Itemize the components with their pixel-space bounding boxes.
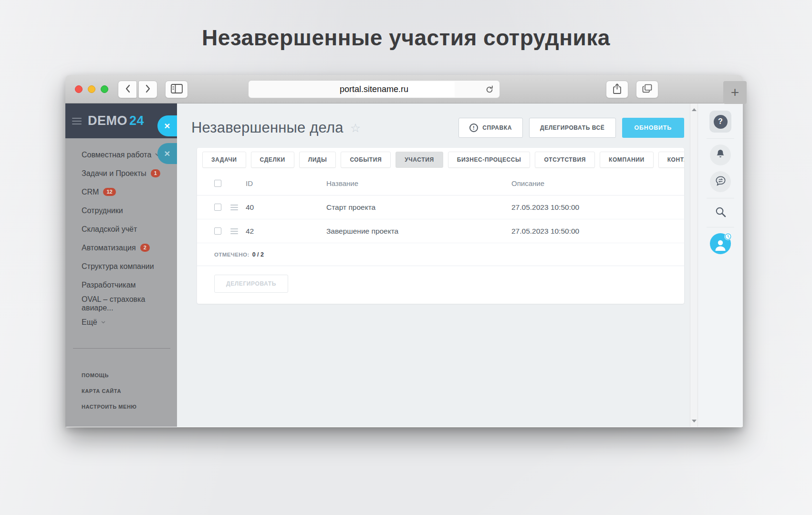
header-buttons: ! СПРАВКА ДЕЛЕГИРОВАТЬ ВСЁ ОБНОВИТЬ	[458, 118, 684, 138]
reload-icon[interactable]	[485, 85, 494, 96]
back-icon	[125, 84, 130, 95]
entity-tabs: ЗАДАЧИ СДЕЛКИ ЛИДЫ СОБЫТИЯ УЧАСТИЯ БИЗНЕ…	[197, 148, 684, 168]
sidebar-item-label: Задачи и Проекты	[82, 169, 146, 178]
sidebar-item-configure-menu[interactable]: НАСТРОИТЬ МЕНЮ	[65, 399, 177, 414]
sidebar-item-label: Складской учёт	[82, 225, 137, 234]
marked-label: ОТМЕЧЕНО:	[214, 252, 250, 258]
table-header-row: ID Название Описание	[197, 172, 684, 196]
messenger-icon	[715, 175, 726, 188]
sidebar-item-more[interactable]: Ещё	[65, 313, 177, 331]
forward-button[interactable]	[138, 81, 157, 98]
table-row[interactable]: 42 Завершение проекта 27.05.2023 10:50:0…	[197, 219, 684, 243]
select-all-checkbox[interactable]	[214, 180, 221, 187]
help-rail-button[interactable]: ?	[709, 111, 731, 133]
sidebar-item-oval[interactable]: OVAL – страховка авиаре...	[65, 294, 177, 313]
tab-leads[interactable]: ЛИДЫ	[299, 152, 336, 168]
close-window-button[interactable]	[75, 85, 83, 93]
browser-window: portal.sitename.ru + DEMO24	[65, 75, 743, 427]
counter-badge: 12	[103, 188, 115, 196]
tab-events[interactable]: СОБЫТИЯ	[341, 152, 391, 168]
row-name: Старт проекта	[326, 203, 511, 212]
sidebar-item-developers[interactable]: Разработчикам	[65, 276, 177, 294]
left-sidebar: DEMO24 × × Совместная работа Задачи и Пр…	[65, 103, 177, 427]
delegate-button[interactable]: ДЕЛЕГИРОВАТЬ	[214, 275, 288, 293]
back-button[interactable]	[118, 81, 137, 98]
scroll-down-icon[interactable]	[692, 420, 697, 422]
search-icon	[715, 206, 727, 220]
sidebar-item-label: Сотрудники	[82, 206, 123, 215]
new-tab-button[interactable]: +	[723, 81, 747, 104]
rail-divider	[707, 198, 734, 198]
share-icon	[613, 83, 622, 96]
refresh-button[interactable]: ОБНОВИТЬ	[622, 118, 685, 138]
share-button[interactable]	[606, 81, 628, 98]
sidebar-item-tasks-projects[interactable]: Задачи и Проекты 1	[65, 164, 177, 183]
tab-business-processes[interactable]: БИЗНЕС-ПРОЦЕССЫ	[448, 152, 531, 168]
favorite-star-icon[interactable]: ☆	[350, 122, 361, 134]
sidebar-item-help[interactable]: ПОМОЩЬ	[65, 367, 177, 383]
zoom-window-button[interactable]	[101, 85, 108, 93]
scroll-up-icon[interactable]	[692, 108, 697, 111]
sidebar-menu: Совместная работа Задачи и Проекты 1 CRM…	[65, 138, 177, 331]
row-name: Завершение проекта	[326, 227, 511, 236]
tab-deals[interactable]: СДЕЛКИ	[251, 152, 294, 168]
notifications-button[interactable]	[710, 144, 731, 165]
messenger-button[interactable]	[710, 171, 731, 192]
tab-tasks[interactable]: ЗАДАЧИ	[202, 152, 246, 168]
close-icon: ×	[164, 120, 170, 132]
close-panel-button-dimmed[interactable]: ×	[157, 143, 177, 164]
tab-contacts[interactable]: КОНТАКТЫ	[658, 152, 684, 168]
clock-icon	[724, 233, 732, 242]
content-title: Незавершенные дела	[191, 119, 344, 136]
row-menu-icon[interactable]	[230, 205, 238, 210]
row-checkbox[interactable]	[214, 204, 221, 211]
sidebar-item-company-structure[interactable]: Структура компании	[65, 257, 177, 276]
page-title: Незавершенные участия сотрудника	[0, 25, 812, 51]
help-button[interactable]: ! СПРАВКА	[458, 118, 523, 138]
counter-badge: 2	[140, 244, 150, 252]
row-checkbox[interactable]	[214, 227, 221, 235]
table-row[interactable]: 40 Старт проекта 27.05.2023 10:50:00	[197, 196, 684, 219]
sidebar-item-label: Совместная работа	[82, 151, 151, 159]
row-description: 27.05.2023 10:50:00	[511, 227, 684, 236]
content-header: Незавершенные дела ☆ ! СПРАВКА ДЕЛЕГИРОВ…	[177, 103, 690, 142]
sidebar-item-automation[interactable]: Автоматизация 2	[65, 238, 177, 257]
row-id: 40	[243, 203, 326, 212]
help-button-label: СПРАВКА	[482, 124, 512, 131]
right-icon-rail: ?	[698, 103, 743, 427]
sidebar-footer: ПОМОЩЬ КАРТА САЙТА НАСТРОИТЬ МЕНЮ	[65, 367, 177, 414]
delegate-all-button[interactable]: ДЕЛЕГИРОВАТЬ ВСЁ	[529, 118, 616, 138]
row-description: 27.05.2023 10:50:00	[511, 203, 684, 212]
traffic-lights	[75, 85, 108, 93]
sidebar-item-label: Разработчикам	[82, 281, 136, 289]
row-menu-icon[interactable]	[230, 228, 238, 234]
minimize-window-button[interactable]	[88, 85, 95, 93]
sidebar-toggle-icon	[171, 84, 183, 95]
hamburger-icon[interactable]	[72, 118, 82, 124]
profile-avatar[interactable]	[710, 233, 731, 254]
forward-icon	[146, 84, 151, 95]
vertical-scrollbar[interactable]	[690, 103, 698, 427]
sidebar-item-crm[interactable]: CRM 12	[65, 183, 177, 201]
sidebar-item-label: Ещё	[82, 318, 97, 327]
address-bar[interactable]: portal.sitename.ru	[248, 80, 500, 98]
sidebar-item-inventory[interactable]: Складской учёт	[65, 220, 177, 238]
tab-companies[interactable]: КОМПАНИИ	[600, 152, 654, 168]
tab-overview-icon	[642, 84, 652, 95]
rail-divider	[707, 227, 734, 227]
rail-divider	[707, 138, 734, 139]
sidebar-toggle-button[interactable]	[165, 81, 188, 98]
card-footer: ДЕЛЕГИРОВАТЬ	[197, 266, 684, 293]
close-panel-button[interactable]: ×	[157, 115, 177, 136]
tab-overview-button[interactable]	[636, 81, 658, 98]
participations-table: ID Название Описание 40 Старт проекта 27…	[197, 172, 684, 243]
bell-icon	[716, 149, 725, 161]
tab-participations[interactable]: УЧАСТИЯ	[396, 152, 443, 168]
question-icon: ?	[714, 115, 728, 129]
close-icon: ×	[164, 148, 170, 159]
refresh-label: ОБНОВИТЬ	[635, 124, 672, 131]
sidebar-item-employees[interactable]: Сотрудники	[65, 201, 177, 220]
sidebar-item-sitemap[interactable]: КАРТА САЙТА	[65, 383, 177, 399]
search-button[interactable]	[715, 204, 727, 221]
tab-absences[interactable]: ОТСУТСТВИЯ	[535, 152, 595, 168]
